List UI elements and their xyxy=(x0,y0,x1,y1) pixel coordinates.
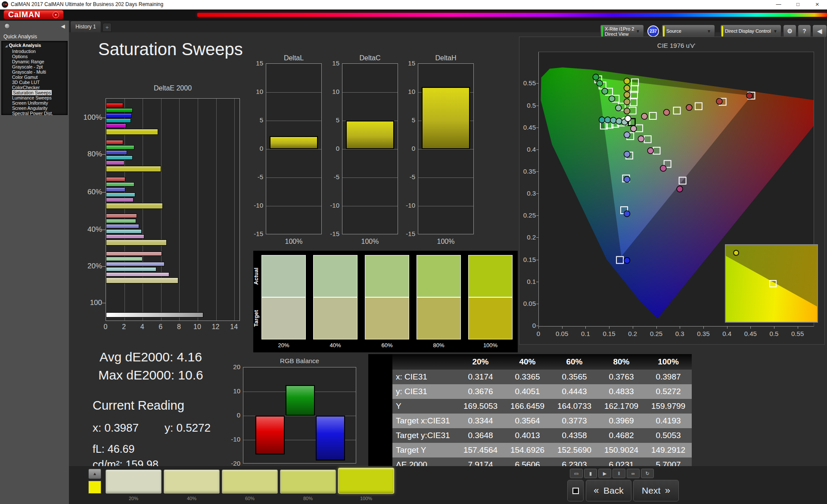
sidebar-item-grayscale-multi[interactable]: Grayscale - Multi xyxy=(12,69,77,75)
reading-count-badge[interactable]: 237 xyxy=(647,25,659,37)
stop-button[interactable] xyxy=(567,480,584,501)
sidebar-item-grayscale-2pt[interactable]: Grayscale - 2pt xyxy=(12,64,77,69)
back-button[interactable]: « Back xyxy=(586,480,631,501)
screen-icon[interactable]: ▭ xyxy=(570,469,583,478)
table-header-cell: 20% xyxy=(457,354,504,370)
y-category-label: 60% xyxy=(71,188,102,196)
de-bar xyxy=(106,161,124,165)
cie-x-tick-label: 0 xyxy=(529,330,548,337)
sidebar-item-screen-angularity[interactable]: Screen Angularity xyxy=(12,106,77,111)
y-tick-label: -10 xyxy=(224,436,240,443)
table-gutter xyxy=(368,414,392,428)
stop-icon[interactable]: ▮ xyxy=(584,469,597,478)
maximize-button[interactable]: □ xyxy=(788,0,808,9)
cie-x-tick-label: 0.2 xyxy=(623,330,642,337)
close-button[interactable]: × xyxy=(808,0,827,9)
cie-y-tick xyxy=(536,215,538,216)
sidebar-item-dynamic-range[interactable]: Dynamic Range xyxy=(12,59,77,64)
saturation-swatch-button-100[interactable] xyxy=(338,468,394,494)
loop-icon[interactable]: ∞ xyxy=(627,469,640,478)
de-bar xyxy=(106,108,133,112)
sidebar-item-colorchecker[interactable]: ColorChecker xyxy=(12,85,77,90)
y-tick-label: 20 xyxy=(224,363,240,370)
gridline xyxy=(266,92,321,93)
sidebar-collapse-icon[interactable]: ◀ xyxy=(59,22,66,30)
de-bar xyxy=(106,156,133,160)
cie-x-tick xyxy=(798,327,798,329)
tab-history-1[interactable]: History 1 xyxy=(70,21,101,32)
analysis-tree: ◢Quick AnalysisIntroductionOptionsDynami… xyxy=(1,41,68,115)
delta-bar xyxy=(346,121,394,149)
sidebar-dot-button[interactable] xyxy=(4,23,10,29)
y-category-label: 20% xyxy=(71,262,102,271)
saturation-swatch-button-60[interactable] xyxy=(222,470,278,494)
target-swatch xyxy=(417,297,461,339)
meter-dropdown[interactable]: X-Rite i1Pro 2 Direct View ▼ xyxy=(600,25,644,38)
minimize-button[interactable]: — xyxy=(769,0,788,9)
saturation-swatch-button-20[interactable] xyxy=(106,470,162,494)
gridline xyxy=(418,149,473,149)
saturation-swatch-button-80[interactable] xyxy=(280,470,336,494)
table-row: y: CIE310.36760.40510.44430.48330.5272 xyxy=(368,384,692,399)
help-icon[interactable]: ? xyxy=(798,25,811,38)
de-bar xyxy=(106,140,123,144)
cie-y-tick xyxy=(536,149,538,150)
tree-root[interactable]: ◢Quick Analysis xyxy=(5,43,41,49)
title-bar: CM CalMAN 2017 CalMAN Ultimate for Busin… xyxy=(0,0,827,9)
de-bar xyxy=(106,277,178,283)
table-cell: 0.3773 xyxy=(551,414,598,428)
tree-expander-icon[interactable]: ◢ xyxy=(5,44,7,47)
current-x: x: 0.3987 xyxy=(93,421,139,435)
sidebar-item-luminance-sweeps[interactable]: Luminance Sweeps xyxy=(12,95,77,100)
y-tick-label: -5 xyxy=(400,173,415,180)
x-category-label: 100% xyxy=(342,238,398,246)
sidebar-item-options[interactable]: Options xyxy=(12,54,77,59)
display-control-dropdown[interactable]: Direct Display Control ▼ xyxy=(720,25,781,38)
current-y: y: 0.5272 xyxy=(165,421,211,435)
x-tick-label: 2 xyxy=(119,323,129,331)
y-tick xyxy=(102,230,106,230)
cie-x-tick xyxy=(680,327,680,329)
deltae-chart-title: DeltaE 2000 xyxy=(106,84,240,92)
add-tab-button[interactable]: + xyxy=(103,23,112,32)
table-header-cell: 40% xyxy=(504,354,551,370)
next-button[interactable]: Next » xyxy=(633,480,679,501)
cie-y-tick-label: 0.05 xyxy=(515,300,536,307)
y-tick-label: -10 xyxy=(400,202,415,209)
y-tick xyxy=(102,118,106,118)
refresh-icon[interactable]: ↻ xyxy=(641,469,654,478)
sidebar-item-3d-cube-lut[interactable]: 3D Cube LUT xyxy=(12,80,77,85)
play-icon[interactable]: ▶ xyxy=(598,469,611,478)
y-tick-label: 5 xyxy=(324,116,339,124)
sidebar-item-color-gamut[interactable]: Color Gamut xyxy=(12,75,77,80)
table-row: Target x:CIE310.33440.35640.37730.39690.… xyxy=(368,414,692,428)
gridline xyxy=(342,206,398,206)
sidebar-item-spectral-power-dist-[interactable]: Spectral Power Dist. xyxy=(12,111,77,116)
de-bar xyxy=(106,214,137,218)
y-tick-label: 10 xyxy=(324,88,339,95)
collapse-right-icon[interactable]: ◀ xyxy=(812,25,827,38)
cie-y-tick xyxy=(536,326,538,326)
y-category-label: 40% xyxy=(71,225,102,234)
sidebar-item-introduction[interactable]: Introduction xyxy=(12,49,77,54)
sidebar-item-screen-uniformity[interactable]: Screen Uniformity xyxy=(12,100,77,106)
saturation-swatch-button-40[interactable] xyxy=(164,470,220,494)
meter-status-indicator xyxy=(601,26,603,37)
source-dropdown[interactable]: Source ▼ xyxy=(662,25,715,38)
de-bar xyxy=(106,224,139,228)
y-tick-label: 0 xyxy=(248,145,263,152)
expand-up-button[interactable]: ▲ xyxy=(88,469,101,479)
logo-menu-caret-icon[interactable]: ▾ xyxy=(53,12,59,18)
cie-y-tick-label: 0.2 xyxy=(515,233,536,241)
rgb-bar-blue xyxy=(316,416,345,460)
table-cell: 0.3987 xyxy=(645,370,692,384)
current-reading-heading: Current Reading xyxy=(93,398,184,413)
table-cell: 157.4564 xyxy=(457,443,504,457)
pause-icon[interactable]: ‖ xyxy=(612,469,625,478)
de-bar xyxy=(106,187,125,192)
target-swatch xyxy=(365,297,409,339)
cie-chart-title: CIE 1976 u'v' xyxy=(538,42,814,49)
gear-icon[interactable]: ⚙ xyxy=(783,25,796,38)
sidebar-item-saturation-sweeps[interactable]: Saturation Sweeps xyxy=(12,90,77,95)
table-cell: 152.5690 xyxy=(551,443,598,457)
